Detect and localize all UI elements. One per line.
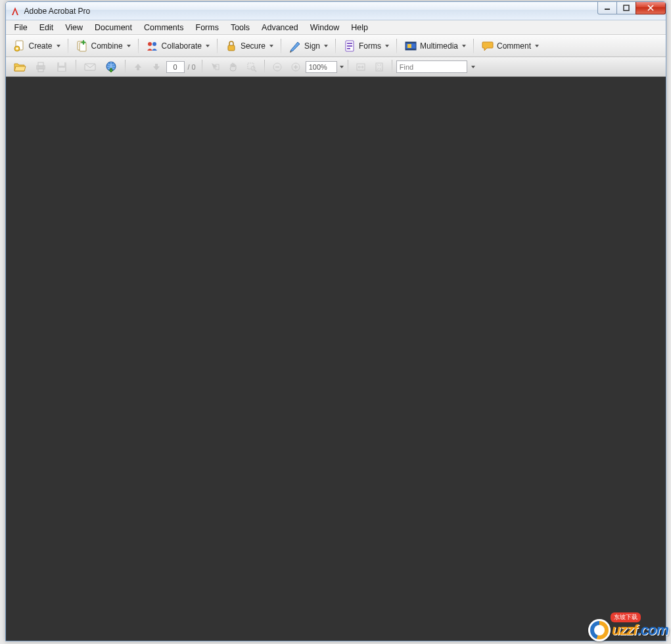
svg-rect-28	[248, 63, 254, 69]
cursor-select-icon	[210, 62, 220, 72]
dropdown-arrow-icon	[535, 45, 539, 47]
floppy-disk-icon	[55, 60, 68, 74]
menu-document[interactable]: Document	[89, 22, 138, 34]
window-title: Adobe Acrobat Pro	[24, 7, 91, 16]
combine-label: Combine	[91, 41, 123, 51]
pen-icon	[289, 39, 302, 53]
zoom-dropdown-arrow-icon[interactable]	[340, 66, 344, 68]
window-controls	[598, 2, 666, 14]
prev-page-button[interactable]	[129, 58, 147, 76]
upload-button[interactable]	[101, 58, 121, 76]
dropdown-arrow-icon	[127, 45, 131, 47]
save-button[interactable]	[52, 58, 72, 76]
combine-button[interactable]: Combine	[72, 37, 134, 55]
comment-button[interactable]: Comment	[478, 37, 542, 55]
open-file-button[interactable]	[10, 58, 30, 76]
form-page-icon	[343, 39, 356, 53]
next-page-button[interactable]	[148, 58, 165, 76]
secure-label: Secure	[241, 41, 266, 51]
down-arrow-icon	[151, 62, 162, 72]
forms-button[interactable]: Forms	[340, 37, 392, 55]
svg-rect-27	[216, 64, 219, 70]
minimize-button[interactable]	[597, 2, 617, 14]
svg-rect-21	[38, 69, 43, 72]
document-area[interactable]	[6, 77, 666, 641]
svg-rect-17	[405, 49, 416, 50]
svg-rect-14	[347, 48, 350, 49]
dropdown-arrow-icon	[269, 45, 273, 47]
dropdown-arrow-icon	[385, 45, 389, 47]
collaborate-label: Collaborate	[162, 41, 202, 51]
dropdown-arrow-icon	[57, 45, 60, 47]
fit-width-button[interactable]	[352, 58, 369, 76]
menu-edit[interactable]: Edit	[34, 22, 60, 34]
toolbar-separator	[138, 39, 139, 53]
multimedia-button[interactable]: Multimedia	[401, 37, 469, 55]
toolbar-separator	[76, 60, 76, 74]
sign-button[interactable]: Sign	[285, 37, 331, 55]
menu-window[interactable]: Window	[304, 22, 345, 34]
toolbar-separator	[264, 60, 265, 74]
zoom-in-button[interactable]	[287, 58, 304, 76]
find-dropdown-arrow-icon[interactable]	[471, 66, 475, 68]
marquee-zoom-button[interactable]	[243, 58, 260, 76]
menu-comments[interactable]: Comments	[138, 22, 189, 34]
forms-label: Forms	[359, 41, 381, 51]
hand-icon	[228, 62, 239, 72]
svg-rect-1	[624, 5, 629, 11]
menu-view[interactable]: View	[59, 22, 89, 34]
svg-rect-23	[59, 62, 64, 66]
fit-width-icon	[356, 62, 366, 72]
fit-page-icon	[374, 62, 384, 72]
zoom-level-input[interactable]	[306, 61, 337, 73]
secure-button[interactable]: Secure	[221, 37, 277, 55]
titlebar[interactable]: Adobe Acrobat Pro	[6, 2, 666, 20]
lock-icon	[225, 39, 238, 53]
menu-forms[interactable]: Forms	[190, 22, 225, 34]
multimedia-label: Multimedia	[420, 41, 458, 51]
page-number-input[interactable]	[166, 61, 185, 73]
svg-rect-37	[376, 63, 382, 71]
maximize-button[interactable]	[616, 2, 636, 14]
collaborate-button[interactable]: Collaborate	[143, 37, 213, 55]
marquee-zoom-icon	[246, 62, 257, 72]
svg-line-30	[254, 70, 256, 72]
comment-label: Comment	[497, 41, 531, 51]
sign-label: Sign	[304, 41, 320, 51]
menubar: File Edit View Document Comments Forms T…	[6, 20, 666, 35]
print-button[interactable]	[31, 58, 51, 76]
menu-advanced[interactable]: Advanced	[256, 22, 304, 34]
zoom-out-button[interactable]	[269, 58, 286, 76]
combine-icon	[76, 39, 89, 53]
select-tool-button[interactable]	[206, 58, 223, 76]
menu-help[interactable]: Help	[345, 22, 374, 34]
envelope-icon	[83, 60, 97, 74]
collaborate-people-icon	[146, 39, 159, 53]
find-input[interactable]	[396, 60, 467, 73]
up-arrow-icon	[133, 62, 143, 72]
create-page-icon	[13, 39, 26, 53]
menu-tools[interactable]: Tools	[225, 22, 256, 34]
toolbar-separator	[281, 39, 281, 53]
menu-file[interactable]: File	[9, 22, 34, 34]
email-button[interactable]	[80, 58, 100, 76]
svg-rect-24	[58, 68, 65, 71]
speech-bubble-icon	[481, 39, 494, 53]
toolbar-separator	[202, 60, 202, 74]
plus-circle-icon	[290, 62, 301, 72]
minus-circle-icon	[272, 62, 283, 72]
fit-page-button[interactable]	[371, 58, 388, 76]
toolbar-separator	[348, 60, 348, 74]
app-window: Adobe Acrobat Pro File Edit View Documen…	[5, 1, 666, 641]
svg-point-9	[152, 42, 156, 46]
close-button[interactable]	[636, 2, 666, 14]
toolbar-separator	[335, 39, 336, 53]
hand-tool-button[interactable]	[225, 58, 242, 76]
printer-icon	[34, 60, 47, 74]
toolbar-separator	[473, 39, 474, 53]
primary-toolbar: Create Combine Collaborate Secure	[6, 35, 666, 57]
create-button[interactable]: Create	[10, 37, 64, 55]
toolbar-separator	[68, 39, 68, 53]
globe-upload-icon	[104, 60, 118, 74]
svg-rect-12	[347, 43, 352, 44]
